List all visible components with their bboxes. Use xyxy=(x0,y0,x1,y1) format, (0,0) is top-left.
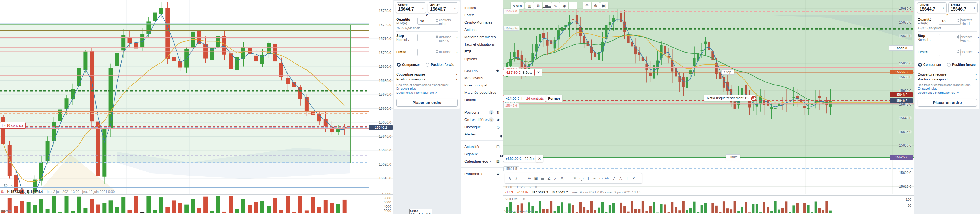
candlestick-style-button[interactable]: ▥ xyxy=(525,2,533,9)
trend-angle-icon[interactable]: ∠ xyxy=(546,176,552,181)
polyline-icon[interactable]: ⌁ xyxy=(591,176,598,181)
sidebar-item-positions[interactable]: Positions1⇅ xyxy=(461,109,503,116)
parallel-channel-icon[interactable]: ⫽ xyxy=(513,176,520,181)
indicators-eye-button[interactable]: ◉ xyxy=(560,2,568,9)
stop-distance-select[interactable]: distance ... ▼ xyxy=(439,35,458,39)
offset-radio[interactable]: Compenser xyxy=(918,63,941,67)
text-icon[interactable]: Abc xyxy=(605,177,611,180)
close-icon[interactable]: ✕ xyxy=(10,184,13,188)
stop-line-tag[interactable]: Stop xyxy=(721,69,734,75)
limit-distance-select[interactable]: distance ... ▼ xyxy=(439,50,458,54)
sidebar-item-actualit-s[interactable]: Actualités▤ xyxy=(461,143,503,151)
learn-more-link[interactable]: En savoir plus xyxy=(918,87,937,90)
ray-icon[interactable]: ∕ xyxy=(552,176,559,181)
sidebar-item-param-tres[interactable]: Paramètres⚙ xyxy=(461,170,503,178)
star-icon[interactable]: ★ xyxy=(496,68,500,73)
forced-position-radio[interactable]: Position forcée xyxy=(426,63,454,67)
stop-stepper[interactable] xyxy=(436,35,438,39)
sell-button[interactable]: VENTE 15644.7 ↓ xyxy=(917,2,947,13)
offset-radio[interactable]: Compenser xyxy=(397,63,420,67)
forced-position-radio[interactable]: Position forcée xyxy=(947,63,976,67)
go-to-end-button[interactable]: ▶| xyxy=(600,2,608,9)
open-position-badge[interactable]: +24,00 € | - 16 contrats xyxy=(503,95,546,102)
indicator-legend-fragment[interactable]: 52 ✕ xyxy=(4,184,13,188)
sidebar-item-ordres-diff-r-s[interactable]: Ordres différés0◈ xyxy=(461,116,503,123)
sidebar-item-march-s-populaires[interactable]: Marchés populaires xyxy=(461,89,503,96)
sidebar-item-mes-favoris[interactable]: Mes favoris xyxy=(461,74,503,82)
close-icon[interactable]: ✕ xyxy=(630,176,637,181)
sell-button[interactable]: VENTE 15644.7 ↓ xyxy=(396,2,426,13)
quantity-stepper[interactable] xyxy=(957,19,959,22)
rectangle-icon[interactable]: ▭ xyxy=(598,176,605,181)
limit-stepper[interactable] xyxy=(436,50,438,53)
stop-type-select[interactable]: Normal ▼ xyxy=(918,38,931,42)
horizontal-line-icon[interactable]: — xyxy=(565,176,572,181)
limit-pnl-badge[interactable]: +360,00 € -22.5pts xyxy=(503,155,539,162)
sidebar-item-indices[interactable]: Indices xyxy=(461,4,503,11)
kid-document-link[interactable]: Document d'information clé ↗ xyxy=(396,91,438,94)
sidebar-item-options[interactable]: Options xyxy=(461,55,503,63)
limit-input[interactable] xyxy=(417,49,439,56)
brush-icon[interactable]: ✎ xyxy=(572,176,578,181)
limit-distance-select[interactable]: distance ... ▼ xyxy=(961,50,979,54)
chart-layout-button[interactable]: ⧉ xyxy=(534,2,542,9)
curve-icon[interactable]: ≈ xyxy=(520,176,526,181)
arrow-icon[interactable]: ⇘ xyxy=(507,176,513,181)
sidebar-item-taux-et-obligations[interactable]: Taux et obligations xyxy=(461,41,503,48)
timeframe-button[interactable]: 5 Min xyxy=(511,2,524,9)
remove-stop-button[interactable]: ✕ xyxy=(535,68,542,76)
triangle-icon[interactable]: △ xyxy=(617,176,624,181)
sidebar-item-forex[interactable]: Forex xyxy=(461,11,503,19)
sidebar-item-signaux[interactable]: Signaux xyxy=(461,151,503,158)
close-icon[interactable]: ✕ xyxy=(523,197,525,201)
stop-stepper[interactable] xyxy=(957,35,959,39)
ichimoku-legend[interactable]: ICHI 9 26 52 ✕ xyxy=(505,185,537,189)
remove-limit-button[interactable]: ✕ xyxy=(536,155,543,162)
place-order-button[interactable]: Placer un ordre xyxy=(918,98,977,107)
pattern-icon[interactable]: ⋀ xyxy=(559,176,565,181)
kid-document-link[interactable]: Document d'information clé ↗ xyxy=(918,91,959,94)
stop-input[interactable] xyxy=(939,34,961,41)
gann-grid-icon[interactable]: ▤ xyxy=(539,176,546,181)
sidebar-item-alertes[interactable]: Alertes xyxy=(461,131,503,138)
grid-icon[interactable]: ▦ xyxy=(533,176,539,181)
volume-legend[interactable]: VOLUME ✕ xyxy=(505,197,526,201)
bar-chart-button[interactable]: ▁▅▃ xyxy=(543,2,551,9)
buy-button[interactable]: ACHAT 15646.7 ↓ xyxy=(948,2,978,13)
stop-type-select[interactable]: Normal ▼ xyxy=(396,38,410,42)
stop-pnl-badge[interactable]: -137,60 € 8.6pts xyxy=(503,69,535,76)
quantity-stepper[interactable] xyxy=(436,19,438,22)
limit-input[interactable] xyxy=(939,49,961,56)
limit-line-tag[interactable]: Limite xyxy=(725,154,740,160)
sidebar-item-etf[interactable]: ETF xyxy=(461,48,503,55)
close-position-button[interactable]: Fermer xyxy=(546,95,562,102)
stop-distance-select[interactable]: distance ... ▼ xyxy=(961,35,979,39)
position-size-badge[interactable]: | - 16 contrats xyxy=(0,122,26,129)
zoom-in-button[interactable]: ⊕ xyxy=(592,2,600,9)
vertical-line-icon[interactable]: | xyxy=(624,176,630,181)
sidebar-item-calendrier-co[interactable]: Calendrier éco↗▦ xyxy=(461,158,503,165)
place-order-button[interactable]: Placer un ordre xyxy=(396,98,458,107)
sidebar-item-crypto-monnaies[interactable]: Crypto-Monnaies xyxy=(461,19,503,26)
buy-button[interactable]: ACHAT 15646.7 ↓ xyxy=(428,2,458,13)
quantity-input[interactable]: 16 xyxy=(417,17,439,25)
sidebar-item-mati-res-premi-res[interactable]: Matières premières xyxy=(461,33,503,41)
sidebar-item-forex-principal[interactable]: forex principal xyxy=(461,82,503,89)
ellipse-icon[interactable]: ◯ xyxy=(578,176,585,181)
more-button[interactable]: ⋯ xyxy=(569,2,577,9)
parallel-lines-icon[interactable]: ∥ xyxy=(585,176,591,181)
close-icon[interactable]: ✕ xyxy=(535,185,537,189)
sidebar-item-actions[interactable]: Actions xyxy=(461,26,503,33)
limit-stepper[interactable] xyxy=(957,50,959,53)
quantity-input[interactable]: 16 xyxy=(939,17,961,25)
sidebar-item-historique[interactable]: Historique◷ xyxy=(461,123,503,131)
learn-more-link[interactable]: En savoir plus xyxy=(396,87,416,90)
draw-button[interactable]: ✎ xyxy=(551,2,560,9)
left-chart-canvas[interactable] xyxy=(0,0,393,214)
wave-icon[interactable]: ∿ xyxy=(526,176,533,181)
stop-input[interactable] xyxy=(417,34,439,41)
sidebar-item-r-cent[interactable]: Récent xyxy=(461,96,503,103)
position-marker-icon[interactable] xyxy=(751,96,757,101)
trend-line-icon[interactable]: ╱ xyxy=(611,176,617,181)
zoom-out-button[interactable]: ⊖ xyxy=(583,2,591,9)
